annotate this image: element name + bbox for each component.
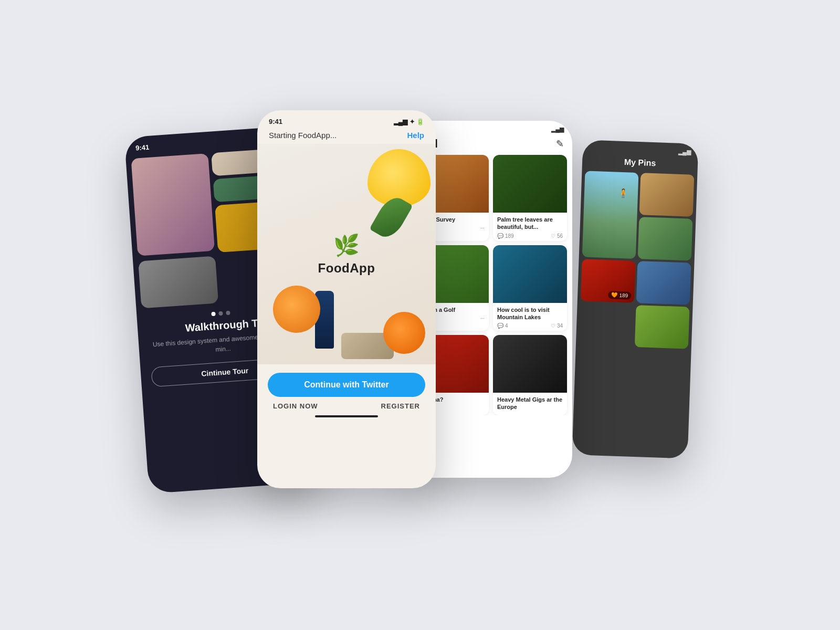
pins-cell-coast [636,261,691,305]
food-hero: 🌿 FoodApp [257,144,436,364]
pins-cell-food [639,173,695,217]
dot-2 [218,311,223,316]
food-time: 9:41 [269,118,282,125]
feed-card-lake: How cool is to visit Mountain Lakes 💬 4 … [493,245,567,331]
phone-pins: ▂▄▆ My Pins 🧍 🧡 189 [572,140,699,458]
wt-time: 9:41 [135,143,150,152]
feed-card-title-lake: How cool is to visit Mountain Lakes [497,306,563,321]
food-help-link[interactable]: Help [407,131,424,140]
scene: 9:41 ▲ Walkthrough T Use this design sys… [105,79,735,551]
feed-signal: ▂▄▆ [551,126,564,133]
phone-food: 9:41 ▂▄▆ ✦ 🔋 Starting FoodApp... Help 🌿 … [257,110,436,488]
feed-card-body-metal: Heavy Metal Gigs ar the Europe [493,393,567,415]
login-link[interactable]: LOGIN NOW [273,402,318,410]
feed-card-body-lake: How cool is to visit Mountain Lakes 💬 4 … [493,303,567,331]
edit-icon[interactable]: ✎ [556,138,564,150]
lake-likes: ♡ 34 [551,323,563,329]
food-logo-icon: 🌿 [333,233,360,258]
pins-heart-badge: 🧡 189 [608,291,631,300]
pins-grid: 🧍 🧡 189 [576,171,697,349]
feed-img-palm [493,155,567,213]
feed-card-palm: Palm tree leaves are beautiful, but... 💬… [493,155,567,241]
feed-card-body-palm: Palm tree leaves are beautiful, but... 💬… [493,213,567,241]
palm-comments: 💬 189 [497,233,514,239]
dot-1 [211,312,216,317]
food-status-icons: ▂▄▆ ✦ 🔋 [394,118,424,125]
pins-cell-red: 🧡 189 [581,259,636,303]
feed-img-concert [493,335,567,393]
feed-card-title-palm: Palm tree leaves are beautiful, but... [497,216,563,231]
food-links: LOGIN NOW REGISTER [257,402,436,410]
bikes-more[interactable]: ··· [480,225,485,231]
palm-likes: ♡ 56 [551,233,563,239]
dot-3 [226,311,230,316]
wt-img-fashion [131,153,215,256]
feed-card-meta-palm: 💬 189 ♡ 56 [497,233,563,239]
food-logo-text: FoodApp [318,261,375,276]
pins-signal: ▂▄▆ [678,149,691,156]
home-indicator [315,415,378,417]
feed-card-meta-lake: 💬 4 ♡ 34 [497,323,563,329]
golf-more[interactable]: ··· [480,316,485,321]
register-link[interactable]: REGISTER [381,402,420,410]
pins-cell-mountain: 🧍 [582,171,639,259]
food-nav-title: Starting FoodApp... [269,131,337,140]
food-logo-area: 🌿 FoodApp [318,233,375,276]
pins-cell-salad [635,305,690,349]
feed-card-title-metal: Heavy Metal Gigs ar the Europe [497,396,563,411]
food-statusbar: 9:41 ▂▄▆ ✦ 🔋 [257,110,436,129]
wt-img-sneaker [138,256,218,308]
food-nav: Starting FoodApp... Help [257,129,436,144]
feed-card-metal: Heavy Metal Gigs ar the Europe [493,335,567,415]
food-orange-decor [383,312,425,354]
feed-img-lake [493,245,567,303]
twitter-button[interactable]: Continue with Twitter [268,373,425,397]
lake-comments: 💬 4 [497,323,508,329]
food-orange2-decor [273,286,320,333]
pins-cell-bench [638,217,693,261]
